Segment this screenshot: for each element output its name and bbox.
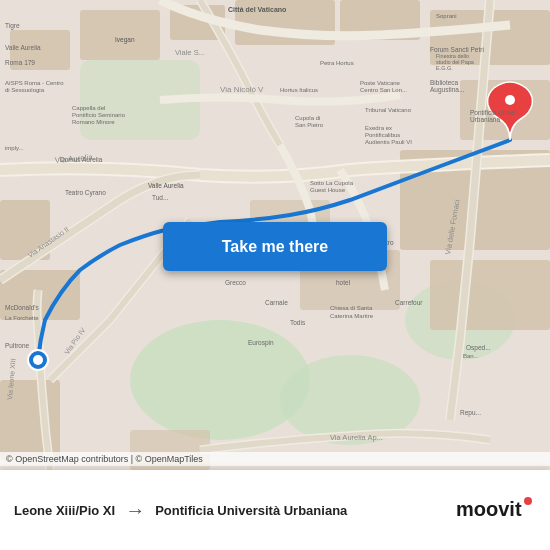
svg-text:imply...: imply... — [5, 145, 24, 151]
svg-text:Todis: Todis — [290, 319, 306, 326]
svg-text:Chiesa di Santa: Chiesa di Santa — [330, 305, 373, 311]
svg-text:San Pietro: San Pietro — [295, 122, 324, 128]
route-to-label: Pontificia Università Urbaniana — [155, 503, 347, 518]
svg-text:Ivegan: Ivegan — [115, 36, 135, 44]
arrow-icon: → — [125, 499, 145, 522]
svg-text:Cupola di: Cupola di — [295, 115, 320, 121]
svg-text:Carrefour: Carrefour — [395, 299, 423, 306]
svg-text:Tribunal Vaticano: Tribunal Vaticano — [365, 107, 412, 113]
svg-text:AISPS Roma - Centro: AISPS Roma - Centro — [5, 80, 64, 86]
svg-text:Tud...: Tud... — [152, 194, 169, 201]
svg-text:La Forchette: La Forchette — [5, 315, 39, 321]
svg-text:Ban...: Ban... — [463, 353, 479, 359]
svg-text:Via Aurelia Ap...: Via Aurelia Ap... — [330, 433, 383, 442]
svg-text:Audientis Pauli VI: Audientis Pauli VI — [365, 139, 412, 145]
svg-text:Pontificia Unive: Pontificia Unive — [470, 109, 515, 116]
take-me-there-button[interactable]: Take me there — [163, 222, 387, 271]
svg-text:Sotto La Cupola: Sotto La Cupola — [310, 180, 354, 186]
map-attribution: © OpenStreetMap contributors | © OpenMap… — [0, 452, 550, 466]
svg-text:Centro San Lon...: Centro San Lon... — [360, 87, 407, 93]
svg-rect-6 — [80, 10, 160, 60]
svg-text:Eurospin: Eurospin — [248, 339, 274, 347]
svg-text:di Sessuologia: di Sessuologia — [5, 87, 45, 93]
svg-rect-13 — [430, 260, 550, 330]
svg-text:McDonald's: McDonald's — [5, 304, 40, 311]
svg-text:Exedra ex: Exedra ex — [365, 125, 392, 131]
svg-text:Via Nicolò V: Via Nicolò V — [220, 85, 264, 94]
app: Via Aurelia Via Anastasio II Via Pio IV … — [0, 0, 550, 550]
svg-text:Soprani: Soprani — [436, 13, 457, 19]
svg-text:Grecco: Grecco — [225, 279, 246, 286]
map-container: Via Aurelia Via Anastasio II Via Pio IV … — [0, 0, 550, 470]
svg-text:Valle Aurelia: Valle Aurelia — [5, 44, 41, 51]
svg-text:Forum Sancti Petri: Forum Sancti Petri — [430, 46, 484, 53]
svg-text:Guest House: Guest House — [310, 187, 346, 193]
svg-text:E.G.G.: E.G.G. — [436, 65, 453, 71]
svg-text:Pultrone: Pultrone — [5, 342, 30, 349]
svg-text:Repu...: Repu... — [460, 409, 481, 417]
svg-text:Romano Minore: Romano Minore — [72, 119, 115, 125]
bottom-bar: Leone Xiii/Pio XI → Pontificia Universit… — [0, 470, 550, 550]
svg-text:Viale S...: Viale S... — [175, 48, 205, 57]
svg-text:Teatro Cyrano: Teatro Cyrano — [65, 189, 106, 197]
svg-text:Biblioteca: Biblioteca — [430, 79, 459, 86]
svg-text:Cappella del: Cappella del — [72, 105, 105, 111]
svg-point-1 — [130, 320, 310, 440]
svg-text:Roma 179: Roma 179 — [5, 59, 35, 66]
svg-text:Urbaniana: Urbaniana — [470, 116, 500, 123]
svg-text:moovit: moovit — [456, 498, 522, 520]
svg-text:Augustina...: Augustina... — [430, 86, 465, 94]
svg-point-21 — [33, 355, 43, 365]
svg-text:Osped...: Osped... — [466, 344, 491, 352]
moovit-brand-text: moovit — [456, 494, 536, 527]
svg-text:Carnale: Carnale — [265, 299, 288, 306]
svg-text:Pontificio Seminario: Pontificio Seminario — [72, 112, 126, 118]
svg-text:Pontificalibus: Pontificalibus — [365, 132, 400, 138]
svg-text:Caterina Martire: Caterina Martire — [330, 313, 374, 319]
svg-text:Domus Aurelia: Domus Aurelia — [60, 156, 103, 163]
svg-text:Tigre: Tigre — [5, 22, 20, 30]
route-from-label: Leone Xiii/Pio XI — [14, 503, 115, 518]
svg-point-22 — [505, 95, 515, 105]
svg-text:Città del Vaticano: Città del Vaticano — [228, 6, 286, 13]
moovit-logo: moovit — [456, 494, 536, 527]
svg-point-84 — [524, 497, 532, 505]
svg-text:Hortus Italicus: Hortus Italicus — [280, 87, 318, 93]
svg-text:Poste Vaticane: Poste Vaticane — [360, 80, 401, 86]
svg-text:hotel: hotel — [336, 279, 351, 286]
svg-text:Valle Aurelia: Valle Aurelia — [148, 182, 184, 189]
svg-text:Petra Hortus: Petra Hortus — [320, 60, 354, 66]
